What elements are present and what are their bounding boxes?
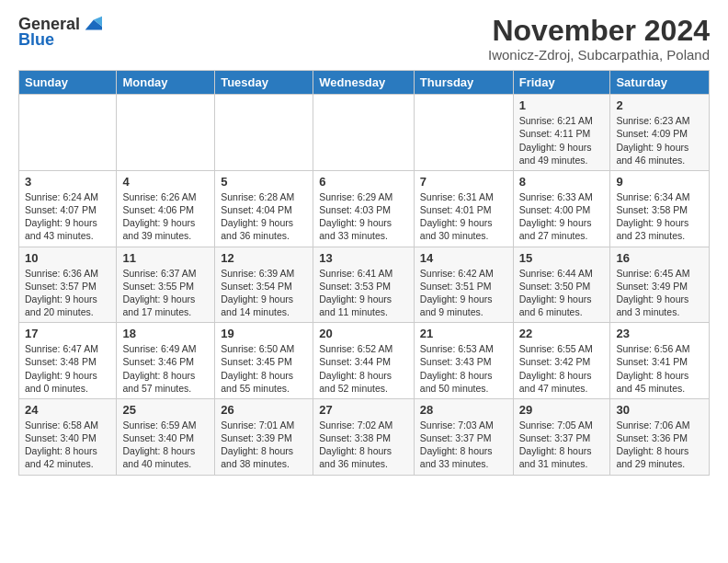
day-cell: 5Sunrise: 6:28 AM Sunset: 4:04 PM Daylig… <box>215 170 313 247</box>
day-number: 14 <box>420 251 507 265</box>
day-number: 12 <box>221 251 307 265</box>
day-cell: 11Sunrise: 6:37 AM Sunset: 3:55 PM Dayli… <box>117 247 215 323</box>
day-info: Sunrise: 7:01 AM Sunset: 3:39 PM Dayligh… <box>221 419 307 471</box>
day-number: 2 <box>616 98 703 112</box>
day-cell: 19Sunrise: 6:50 AM Sunset: 3:45 PM Dayli… <box>215 323 313 399</box>
main-title: November 2024 <box>488 15 710 47</box>
day-cell: 14Sunrise: 6:42 AM Sunset: 3:51 PM Dayli… <box>414 247 513 323</box>
col-header-wednesday: Wednesday <box>313 71 415 95</box>
day-number: 6 <box>319 175 408 189</box>
day-cell: 28Sunrise: 7:03 AM Sunset: 3:37 PM Dayli… <box>414 398 513 475</box>
day-number: 5 <box>221 175 307 189</box>
col-header-sunday: Sunday <box>19 71 117 95</box>
day-cell: 26Sunrise: 7:01 AM Sunset: 3:39 PM Dayli… <box>215 398 313 475</box>
week-row-4: 24Sunrise: 6:58 AM Sunset: 3:40 PM Dayli… <box>19 398 710 475</box>
day-number: 19 <box>221 327 307 340</box>
day-cell: 7Sunrise: 6:31 AM Sunset: 4:01 PM Daylig… <box>414 170 513 247</box>
page: General Blue November 2024 Iwonicz-Zdroj… <box>0 0 728 485</box>
title-block: November 2024 Iwonicz-Zdroj, Subcarpathi… <box>488 15 710 63</box>
week-row-1: 3Sunrise: 6:24 AM Sunset: 4:07 PM Daylig… <box>19 170 710 247</box>
header-row: SundayMondayTuesdayWednesdayThursdayFrid… <box>19 71 710 95</box>
day-info: Sunrise: 6:44 AM Sunset: 3:50 PM Dayligh… <box>519 267 605 319</box>
day-info: Sunrise: 6:36 AM Sunset: 3:57 PM Dayligh… <box>25 267 110 319</box>
logo-icon <box>82 15 102 35</box>
day-number: 13 <box>319 251 408 265</box>
day-number: 27 <box>319 403 408 417</box>
day-info: Sunrise: 6:50 AM Sunset: 3:45 PM Dayligh… <box>221 342 307 395</box>
day-cell: 24Sunrise: 6:58 AM Sunset: 3:40 PM Dayli… <box>19 398 117 475</box>
day-number: 9 <box>616 175 703 189</box>
day-cell: 8Sunrise: 6:33 AM Sunset: 4:00 PM Daylig… <box>513 170 610 247</box>
day-info: Sunrise: 6:31 AM Sunset: 4:01 PM Dayligh… <box>420 190 507 243</box>
day-cell <box>19 95 117 171</box>
day-cell <box>117 95 215 171</box>
day-number: 25 <box>122 403 209 417</box>
day-number: 24 <box>25 403 110 417</box>
day-number: 29 <box>519 403 605 417</box>
day-info: Sunrise: 6:28 AM Sunset: 4:04 PM Dayligh… <box>221 190 307 243</box>
day-cell: 29Sunrise: 7:05 AM Sunset: 3:37 PM Dayli… <box>513 398 610 475</box>
day-number: 21 <box>420 327 507 340</box>
day-number: 22 <box>519 327 605 340</box>
day-cell: 6Sunrise: 6:29 AM Sunset: 4:03 PM Daylig… <box>313 170 415 247</box>
day-cell: 1Sunrise: 6:21 AM Sunset: 4:11 PM Daylig… <box>513 95 610 171</box>
day-cell <box>215 95 313 171</box>
day-number: 26 <box>221 403 307 417</box>
day-cell <box>414 95 513 171</box>
day-cell: 20Sunrise: 6:52 AM Sunset: 3:44 PM Dayli… <box>313 323 415 399</box>
week-row-0: 1Sunrise: 6:21 AM Sunset: 4:11 PM Daylig… <box>19 95 710 171</box>
logo-blue: Blue <box>18 31 54 50</box>
day-cell: 17Sunrise: 6:47 AM Sunset: 3:48 PM Dayli… <box>19 323 117 399</box>
day-cell: 13Sunrise: 6:41 AM Sunset: 3:53 PM Dayli… <box>313 247 415 323</box>
day-number: 17 <box>25 327 110 340</box>
day-number: 3 <box>25 175 110 189</box>
day-cell: 15Sunrise: 6:44 AM Sunset: 3:50 PM Dayli… <box>513 247 610 323</box>
week-row-3: 17Sunrise: 6:47 AM Sunset: 3:48 PM Dayli… <box>19 323 710 399</box>
day-cell: 23Sunrise: 6:56 AM Sunset: 3:41 PM Dayli… <box>610 323 710 399</box>
day-number: 8 <box>519 175 605 189</box>
day-info: Sunrise: 6:52 AM Sunset: 3:44 PM Dayligh… <box>319 342 408 395</box>
day-cell: 18Sunrise: 6:49 AM Sunset: 3:46 PM Dayli… <box>117 323 215 399</box>
day-info: Sunrise: 6:24 AM Sunset: 4:07 PM Dayligh… <box>25 190 110 243</box>
day-info: Sunrise: 6:45 AM Sunset: 3:49 PM Dayligh… <box>616 267 703 319</box>
col-header-saturday: Saturday <box>610 71 710 95</box>
day-number: 23 <box>616 327 703 340</box>
day-info: Sunrise: 6:29 AM Sunset: 4:03 PM Dayligh… <box>319 190 408 243</box>
day-number: 30 <box>616 403 703 417</box>
day-info: Sunrise: 6:37 AM Sunset: 3:55 PM Dayligh… <box>122 267 209 319</box>
day-info: Sunrise: 6:49 AM Sunset: 3:46 PM Dayligh… <box>122 342 209 395</box>
day-cell: 4Sunrise: 6:26 AM Sunset: 4:06 PM Daylig… <box>117 170 215 247</box>
subtitle: Iwonicz-Zdroj, Subcarpathia, Poland <box>488 47 710 63</box>
col-header-tuesday: Tuesday <box>215 71 313 95</box>
day-cell: 25Sunrise: 6:59 AM Sunset: 3:40 PM Dayli… <box>117 398 215 475</box>
day-cell: 9Sunrise: 6:34 AM Sunset: 3:58 PM Daylig… <box>610 170 710 247</box>
day-number: 7 <box>420 175 507 189</box>
day-info: Sunrise: 6:34 AM Sunset: 3:58 PM Dayligh… <box>616 190 703 243</box>
day-info: Sunrise: 6:41 AM Sunset: 3:53 PM Dayligh… <box>319 267 408 319</box>
day-info: Sunrise: 7:06 AM Sunset: 3:36 PM Dayligh… <box>616 419 703 471</box>
day-cell: 21Sunrise: 6:53 AM Sunset: 3:43 PM Dayli… <box>414 323 513 399</box>
day-info: Sunrise: 7:05 AM Sunset: 3:37 PM Dayligh… <box>519 419 605 471</box>
day-info: Sunrise: 6:47 AM Sunset: 3:48 PM Dayligh… <box>25 342 110 395</box>
day-number: 10 <box>25 251 110 265</box>
day-number: 1 <box>519 98 605 112</box>
day-cell: 22Sunrise: 6:55 AM Sunset: 3:42 PM Dayli… <box>513 323 610 399</box>
header: General Blue November 2024 Iwonicz-Zdroj… <box>18 15 710 63</box>
day-cell: 30Sunrise: 7:06 AM Sunset: 3:36 PM Dayli… <box>610 398 710 475</box>
col-header-friday: Friday <box>513 71 610 95</box>
col-header-monday: Monday <box>117 71 215 95</box>
day-number: 18 <box>122 327 209 340</box>
day-info: Sunrise: 6:33 AM Sunset: 4:00 PM Dayligh… <box>519 190 605 243</box>
week-row-2: 10Sunrise: 6:36 AM Sunset: 3:57 PM Dayli… <box>19 247 710 323</box>
day-info: Sunrise: 6:55 AM Sunset: 3:42 PM Dayligh… <box>519 342 605 395</box>
calendar-table: SundayMondayTuesdayWednesdayThursdayFrid… <box>18 70 710 475</box>
day-number: 28 <box>420 403 507 417</box>
day-info: Sunrise: 6:53 AM Sunset: 3:43 PM Dayligh… <box>420 342 507 395</box>
day-cell <box>313 95 415 171</box>
day-cell: 3Sunrise: 6:24 AM Sunset: 4:07 PM Daylig… <box>19 170 117 247</box>
day-info: Sunrise: 6:58 AM Sunset: 3:40 PM Dayligh… <box>25 419 110 471</box>
day-cell: 16Sunrise: 6:45 AM Sunset: 3:49 PM Dayli… <box>610 247 710 323</box>
day-info: Sunrise: 6:21 AM Sunset: 4:11 PM Dayligh… <box>519 114 605 167</box>
day-number: 20 <box>319 327 408 340</box>
day-info: Sunrise: 6:42 AM Sunset: 3:51 PM Dayligh… <box>420 267 507 319</box>
